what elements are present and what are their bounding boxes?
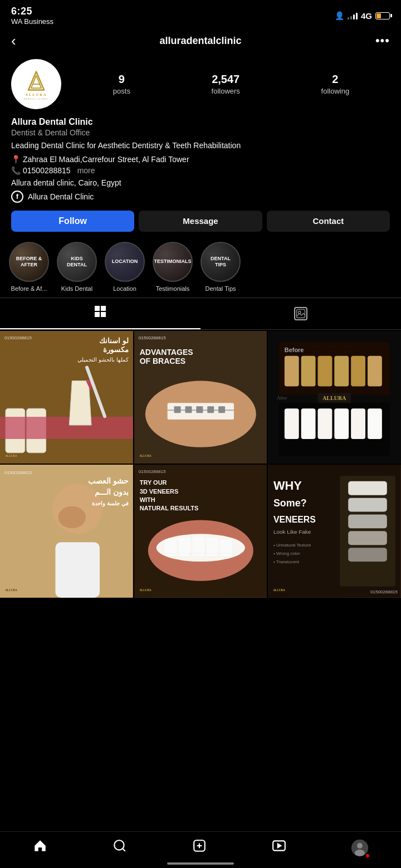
highlight-label: Kids Dental	[61, 285, 92, 292]
network-type: 4G	[361, 11, 372, 21]
svg-text:ALLURA: ALLURA	[139, 588, 151, 592]
bio-address: Allura dental clinic, Cairo, Egypt	[11, 178, 390, 187]
nav-add[interactable]	[192, 838, 207, 857]
post-phone: 01500288815	[139, 469, 166, 474]
post-item-2[interactable]: 01500288815 ADVANTAGESOF BRACES ALLURA	[134, 331, 267, 464]
post-phone: 01500288815	[139, 335, 166, 340]
highlight-dental-tips[interactable]: DENTALTIPS Dental Tips	[200, 242, 241, 292]
highlight-before-after[interactable]: BEFORE &AFTER Before & Af...	[9, 242, 49, 292]
post-phone: 01500288815	[370, 589, 398, 594]
svg-rect-67	[349, 498, 388, 512]
header: ‹ alluradentalclinic •••	[0, 28, 401, 53]
bio-facebook[interactable]: f Allura Dental Clinic	[11, 191, 390, 203]
posts-count: 9	[119, 73, 125, 86]
highlight-testimonials[interactable]: TESTIMONIALS Testimonials	[153, 242, 193, 292]
svg-text:ALLURA: ALLURA	[323, 395, 347, 401]
profile-avatar-nav	[351, 840, 368, 856]
post-item-5[interactable]: 01500288815 TRY OUR3D VENEERSWITHNATURAL…	[134, 465, 267, 598]
person-icon: 👤	[335, 11, 344, 20]
nav-reels[interactable]	[272, 838, 286, 857]
svg-point-86	[357, 843, 363, 849]
followers-stat[interactable]: 2,547 followers	[212, 73, 240, 95]
svg-rect-9	[101, 312, 106, 317]
highlight-label-inner: LOCATION	[111, 257, 139, 266]
svg-point-87	[355, 850, 365, 856]
svg-text:• Wrong color: • Wrong color	[273, 551, 300, 556]
post-item-4[interactable]: 01500288815 حشو العصببدون الـــمفي جلسة …	[0, 465, 133, 598]
message-button[interactable]: Message	[139, 211, 262, 232]
svg-rect-69	[349, 531, 388, 545]
back-button[interactable]: ‹	[11, 33, 31, 48]
notification-dot	[366, 854, 369, 857]
bio-description: Leading Dental Clinic for Aesthetic Dent…	[11, 140, 390, 152]
followers-label: followers	[212, 87, 240, 95]
battery-icon	[375, 12, 390, 19]
home-indicator	[167, 862, 234, 865]
nav-home[interactable]	[33, 838, 47, 857]
status-right: 👤 4G	[335, 11, 390, 21]
reels-icon	[272, 838, 286, 857]
follow-button[interactable]: Follow	[11, 211, 134, 232]
highlight-label-inner: KIDSDENTAL	[66, 255, 88, 269]
avatar[interactable]: ALLURA DENTAL CLINIC	[11, 59, 61, 109]
svg-rect-43	[285, 408, 299, 439]
add-icon	[192, 838, 207, 857]
facebook-icon: f	[11, 191, 23, 203]
svg-text:WHY: WHY	[273, 479, 302, 492]
svg-text:After: After	[277, 395, 287, 401]
bio-name: Allura Dental Clinic	[11, 117, 390, 127]
svg-rect-33	[285, 355, 299, 386]
followers-count: 2,547	[212, 73, 239, 86]
action-buttons: Follow Message Contact	[0, 211, 401, 240]
svg-rect-47	[351, 408, 365, 439]
svg-rect-46	[335, 408, 349, 439]
svg-rect-38	[368, 355, 382, 386]
posts-stat[interactable]: 9 posts	[113, 73, 130, 95]
svg-rect-57	[164, 540, 177, 557]
tab-grid[interactable]	[0, 298, 200, 329]
svg-text:ALLURA: ALLURA	[5, 455, 17, 458]
bio-location: 📍 Zahraa El Maadi,Carrefour Street, Al F…	[11, 155, 390, 164]
svg-rect-35	[318, 355, 332, 386]
phone-number[interactable]: 01500288815	[23, 166, 71, 175]
svg-text:• Unnatural Texture: • Unnatural Texture	[273, 543, 311, 548]
highlight-kids-dental[interactable]: KIDSDENTAL Kids Dental	[57, 242, 97, 292]
nav-search[interactable]	[113, 838, 127, 857]
posts-label: posts	[113, 87, 130, 95]
location-text: Zahraa El Maadi,Carrefour Street, Al Fad…	[23, 155, 189, 164]
highlight-label: Before & Af...	[11, 285, 47, 292]
svg-rect-25	[185, 406, 192, 413]
tab-tagged[interactable]	[200, 298, 401, 329]
facebook-label: Allura Dental Clinic	[28, 192, 94, 201]
svg-rect-52	[55, 542, 100, 597]
location-icon: 📍	[11, 155, 21, 164]
search-icon	[113, 838, 127, 857]
post-title-arabic: لو اسنانكمكسورةكملها بالحشو التجميلي	[77, 337, 129, 365]
following-count: 2	[332, 73, 338, 86]
contact-button[interactable]: Contact	[267, 211, 390, 232]
posts-tab-bar	[0, 298, 401, 330]
post-logo: ALLURA	[271, 586, 287, 594]
svg-rect-6	[95, 306, 100, 311]
more-options-button[interactable]: •••	[370, 33, 390, 48]
svg-text:ALLURA: ALLURA	[25, 92, 47, 96]
highlight-label: Dental Tips	[205, 285, 236, 292]
post-phone: 01500288815	[4, 470, 32, 475]
nav-profile[interactable]	[351, 840, 368, 856]
following-stat[interactable]: 2 following	[321, 73, 350, 95]
svg-rect-7	[101, 306, 106, 311]
svg-text:• Translucent: • Translucent	[273, 559, 300, 564]
svg-rect-15	[0, 417, 133, 439]
post-item-6[interactable]: WHY Some? VENEERS Look Like Fake • Unnat…	[268, 465, 401, 598]
post-item-1[interactable]: 01500288815 لو اسنانكمكسورةكملها بالحشو …	[0, 331, 133, 464]
svg-rect-45	[318, 408, 332, 439]
svg-text:VENEERS: VENEERS	[273, 515, 316, 525]
svg-text:ALLURA: ALLURA	[273, 588, 286, 592]
post-item-3[interactable]: Before ALLURA After	[268, 331, 401, 464]
more-link[interactable]: more	[77, 166, 95, 175]
svg-point-79	[114, 840, 124, 850]
svg-rect-28	[218, 406, 225, 413]
post-logo: ALLURA	[3, 586, 19, 594]
highlight-location[interactable]: LOCATION Location	[105, 242, 145, 292]
highlight-label: Location	[113, 285, 136, 292]
